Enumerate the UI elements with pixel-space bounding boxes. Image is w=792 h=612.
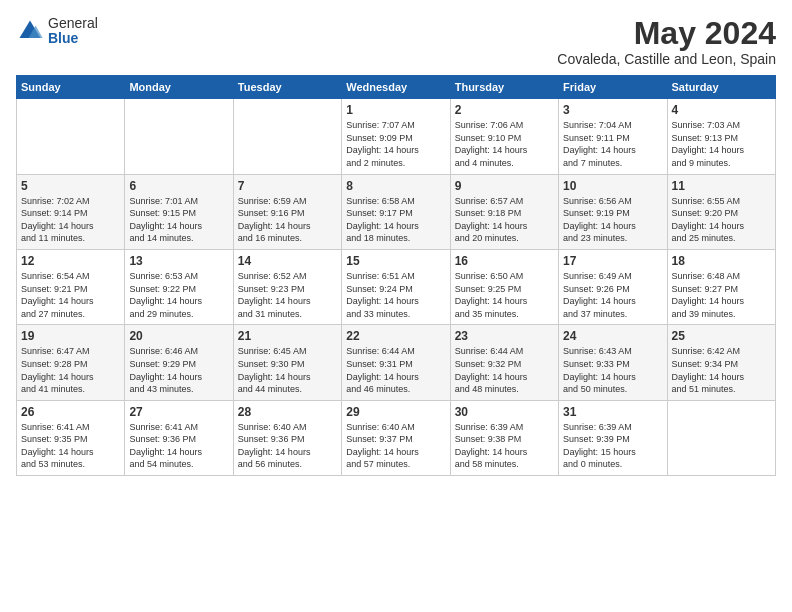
calendar-cell: 30Sunrise: 6:39 AM Sunset: 9:38 PM Dayli… <box>450 400 558 475</box>
day-info: Sunrise: 7:07 AM Sunset: 9:09 PM Dayligh… <box>346 119 445 169</box>
calendar-cell: 9Sunrise: 6:57 AM Sunset: 9:18 PM Daylig… <box>450 174 558 249</box>
day-number: 4 <box>672 103 771 117</box>
day-number: 29 <box>346 405 445 419</box>
calendar-week-row: 5Sunrise: 7:02 AM Sunset: 9:14 PM Daylig… <box>17 174 776 249</box>
day-info: Sunrise: 6:50 AM Sunset: 9:25 PM Dayligh… <box>455 270 554 320</box>
day-number: 9 <box>455 179 554 193</box>
calendar-cell: 16Sunrise: 6:50 AM Sunset: 9:25 PM Dayli… <box>450 249 558 324</box>
logo-icon <box>16 17 44 45</box>
day-number: 19 <box>21 329 120 343</box>
logo-general: General <box>48 16 98 31</box>
calendar-cell: 17Sunrise: 6:49 AM Sunset: 9:26 PM Dayli… <box>559 249 667 324</box>
calendar-cell: 19Sunrise: 6:47 AM Sunset: 9:28 PM Dayli… <box>17 325 125 400</box>
day-number: 17 <box>563 254 662 268</box>
day-info: Sunrise: 6:51 AM Sunset: 9:24 PM Dayligh… <box>346 270 445 320</box>
day-number: 18 <box>672 254 771 268</box>
day-info: Sunrise: 6:58 AM Sunset: 9:17 PM Dayligh… <box>346 195 445 245</box>
day-info: Sunrise: 6:39 AM Sunset: 9:38 PM Dayligh… <box>455 421 554 471</box>
calendar-cell: 22Sunrise: 6:44 AM Sunset: 9:31 PM Dayli… <box>342 325 450 400</box>
day-info: Sunrise: 6:44 AM Sunset: 9:31 PM Dayligh… <box>346 345 445 395</box>
day-info: Sunrise: 6:55 AM Sunset: 9:20 PM Dayligh… <box>672 195 771 245</box>
day-info: Sunrise: 6:44 AM Sunset: 9:32 PM Dayligh… <box>455 345 554 395</box>
calendar-cell: 11Sunrise: 6:55 AM Sunset: 9:20 PM Dayli… <box>667 174 775 249</box>
logo-text: General Blue <box>48 16 98 47</box>
calendar-cell: 3Sunrise: 7:04 AM Sunset: 9:11 PM Daylig… <box>559 99 667 174</box>
day-info: Sunrise: 6:46 AM Sunset: 9:29 PM Dayligh… <box>129 345 228 395</box>
calendar-cell: 20Sunrise: 6:46 AM Sunset: 9:29 PM Dayli… <box>125 325 233 400</box>
day-number: 22 <box>346 329 445 343</box>
calendar-cell: 8Sunrise: 6:58 AM Sunset: 9:17 PM Daylig… <box>342 174 450 249</box>
month-title: May 2024 <box>557 16 776 51</box>
day-number: 6 <box>129 179 228 193</box>
day-info: Sunrise: 6:52 AM Sunset: 9:23 PM Dayligh… <box>238 270 337 320</box>
calendar-cell: 10Sunrise: 6:56 AM Sunset: 9:19 PM Dayli… <box>559 174 667 249</box>
day-number: 23 <box>455 329 554 343</box>
day-number: 27 <box>129 405 228 419</box>
weekday-header: Thursday <box>450 76 558 99</box>
day-info: Sunrise: 6:42 AM Sunset: 9:34 PM Dayligh… <box>672 345 771 395</box>
day-number: 30 <box>455 405 554 419</box>
day-info: Sunrise: 6:40 AM Sunset: 9:36 PM Dayligh… <box>238 421 337 471</box>
day-number: 26 <box>21 405 120 419</box>
calendar-cell: 5Sunrise: 7:02 AM Sunset: 9:14 PM Daylig… <box>17 174 125 249</box>
calendar-cell: 25Sunrise: 6:42 AM Sunset: 9:34 PM Dayli… <box>667 325 775 400</box>
day-info: Sunrise: 6:41 AM Sunset: 9:36 PM Dayligh… <box>129 421 228 471</box>
day-info: Sunrise: 6:39 AM Sunset: 9:39 PM Dayligh… <box>563 421 662 471</box>
day-number: 1 <box>346 103 445 117</box>
calendar-cell: 1Sunrise: 7:07 AM Sunset: 9:09 PM Daylig… <box>342 99 450 174</box>
calendar-cell: 6Sunrise: 7:01 AM Sunset: 9:15 PM Daylig… <box>125 174 233 249</box>
calendar-cell: 29Sunrise: 6:40 AM Sunset: 9:37 PM Dayli… <box>342 400 450 475</box>
calendar-cell: 7Sunrise: 6:59 AM Sunset: 9:16 PM Daylig… <box>233 174 341 249</box>
day-info: Sunrise: 6:43 AM Sunset: 9:33 PM Dayligh… <box>563 345 662 395</box>
day-number: 8 <box>346 179 445 193</box>
weekday-header: Wednesday <box>342 76 450 99</box>
day-info: Sunrise: 7:04 AM Sunset: 9:11 PM Dayligh… <box>563 119 662 169</box>
page-header: General Blue May 2024 Covaleda, Castille… <box>16 16 776 67</box>
weekday-header: Monday <box>125 76 233 99</box>
calendar-cell: 24Sunrise: 6:43 AM Sunset: 9:33 PM Dayli… <box>559 325 667 400</box>
calendar-cell: 28Sunrise: 6:40 AM Sunset: 9:36 PM Dayli… <box>233 400 341 475</box>
calendar-cell: 18Sunrise: 6:48 AM Sunset: 9:27 PM Dayli… <box>667 249 775 324</box>
logo: General Blue <box>16 16 98 47</box>
day-info: Sunrise: 6:54 AM Sunset: 9:21 PM Dayligh… <box>21 270 120 320</box>
day-number: 25 <box>672 329 771 343</box>
day-number: 3 <box>563 103 662 117</box>
calendar-week-row: 1Sunrise: 7:07 AM Sunset: 9:09 PM Daylig… <box>17 99 776 174</box>
day-info: Sunrise: 6:53 AM Sunset: 9:22 PM Dayligh… <box>129 270 228 320</box>
weekday-header: Saturday <box>667 76 775 99</box>
day-number: 14 <box>238 254 337 268</box>
day-info: Sunrise: 6:59 AM Sunset: 9:16 PM Dayligh… <box>238 195 337 245</box>
calendar-header-row: SundayMondayTuesdayWednesdayThursdayFrid… <box>17 76 776 99</box>
calendar-cell: 2Sunrise: 7:06 AM Sunset: 9:10 PM Daylig… <box>450 99 558 174</box>
day-info: Sunrise: 6:47 AM Sunset: 9:28 PM Dayligh… <box>21 345 120 395</box>
calendar-cell: 26Sunrise: 6:41 AM Sunset: 9:35 PM Dayli… <box>17 400 125 475</box>
calendar-cell: 21Sunrise: 6:45 AM Sunset: 9:30 PM Dayli… <box>233 325 341 400</box>
day-info: Sunrise: 7:01 AM Sunset: 9:15 PM Dayligh… <box>129 195 228 245</box>
day-info: Sunrise: 6:41 AM Sunset: 9:35 PM Dayligh… <box>21 421 120 471</box>
day-info: Sunrise: 6:48 AM Sunset: 9:27 PM Dayligh… <box>672 270 771 320</box>
day-info: Sunrise: 6:56 AM Sunset: 9:19 PM Dayligh… <box>563 195 662 245</box>
day-number: 5 <box>21 179 120 193</box>
calendar-cell: 14Sunrise: 6:52 AM Sunset: 9:23 PM Dayli… <box>233 249 341 324</box>
calendar-cell: 23Sunrise: 6:44 AM Sunset: 9:32 PM Dayli… <box>450 325 558 400</box>
day-number: 16 <box>455 254 554 268</box>
calendar-week-row: 26Sunrise: 6:41 AM Sunset: 9:35 PM Dayli… <box>17 400 776 475</box>
logo-blue: Blue <box>48 31 98 46</box>
day-number: 13 <box>129 254 228 268</box>
weekday-header: Tuesday <box>233 76 341 99</box>
day-info: Sunrise: 6:49 AM Sunset: 9:26 PM Dayligh… <box>563 270 662 320</box>
day-number: 15 <box>346 254 445 268</box>
day-number: 31 <box>563 405 662 419</box>
calendar-cell: 4Sunrise: 7:03 AM Sunset: 9:13 PM Daylig… <box>667 99 775 174</box>
weekday-header: Sunday <box>17 76 125 99</box>
location: Covaleda, Castille and Leon, Spain <box>557 51 776 67</box>
calendar-cell: 15Sunrise: 6:51 AM Sunset: 9:24 PM Dayli… <box>342 249 450 324</box>
calendar-cell <box>233 99 341 174</box>
title-area: May 2024 Covaleda, Castille and Leon, Sp… <box>557 16 776 67</box>
calendar-cell <box>667 400 775 475</box>
calendar-cell: 13Sunrise: 6:53 AM Sunset: 9:22 PM Dayli… <box>125 249 233 324</box>
day-number: 20 <box>129 329 228 343</box>
day-number: 12 <box>21 254 120 268</box>
day-info: Sunrise: 6:40 AM Sunset: 9:37 PM Dayligh… <box>346 421 445 471</box>
day-info: Sunrise: 7:02 AM Sunset: 9:14 PM Dayligh… <box>21 195 120 245</box>
